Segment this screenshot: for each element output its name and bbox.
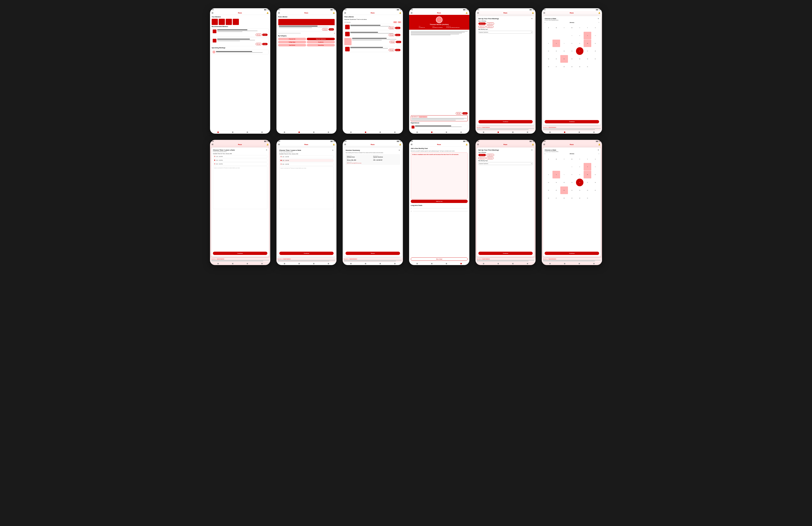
hamburger-icon[interactable] bbox=[212, 12, 213, 14]
topic-select[interactable]: Imposter Syndrome ▾ bbox=[478, 31, 533, 34]
upcoming-item-1[interactable] bbox=[212, 50, 269, 54]
cal-27[interactable]: 27 bbox=[552, 63, 560, 71]
result-1[interactable]: Message Connect bbox=[344, 24, 401, 30]
topic-select-2[interactable]: Imposter Syndrome ▾ bbox=[478, 162, 533, 165]
nav-search-7[interactable] bbox=[232, 263, 233, 264]
c2-16[interactable]: 16 bbox=[576, 179, 584, 186]
prev-month-btn-2[interactable]: ‹ bbox=[545, 153, 545, 155]
c2-7[interactable]: 7 bbox=[560, 171, 568, 178]
set-goal-btn[interactable]: Set a Goal bbox=[411, 258, 468, 261]
nav-messages-6[interactable] bbox=[579, 132, 580, 133]
nav-profile-11[interactable] bbox=[527, 263, 528, 264]
c2-14[interactable]: 14 bbox=[560, 179, 568, 186]
add-to-list-btn[interactable]: Add to List bbox=[411, 200, 468, 203]
r1-msg[interactable]: Message bbox=[389, 27, 395, 29]
nav-home-12[interactable] bbox=[549, 263, 551, 264]
time-slot-2-1[interactable]: 1:30 - 2:00 PM bbox=[279, 155, 334, 158]
bell-icon[interactable]: 🔔 bbox=[266, 12, 269, 14]
nav-home-9[interactable] bbox=[350, 263, 351, 264]
mentor-photo-1[interactable] bbox=[212, 19, 218, 25]
c2-27[interactable]: 27 bbox=[552, 194, 560, 202]
opt-30-zoom-2[interactable]: 30 Min Zoom bbox=[478, 157, 485, 159]
c2-8[interactable]: 8 bbox=[568, 171, 576, 178]
nav-messages-7[interactable] bbox=[247, 263, 248, 264]
hamburger-icon-12[interactable] bbox=[543, 144, 545, 145]
cal-9[interactable]: 9 bbox=[576, 40, 584, 47]
goal-input[interactable]: I'd like to meditate more this month and… bbox=[411, 152, 468, 199]
cal-15[interactable]: 15 bbox=[568, 47, 576, 55]
nav-profile-3[interactable] bbox=[394, 132, 395, 133]
connect-btn-1[interactable]: Connect bbox=[262, 34, 267, 36]
hamburger-icon-7[interactable] bbox=[212, 144, 213, 145]
time-slot-1-1[interactable]: 1:30 - 2:00 PM bbox=[213, 155, 267, 158]
mentor-photo-2[interactable] bbox=[219, 19, 225, 25]
nav-search[interactable] bbox=[232, 132, 233, 133]
nav-profile[interactable] bbox=[261, 132, 263, 133]
mentor-photo-4[interactable] bbox=[233, 19, 239, 25]
nav-search-5[interactable] bbox=[497, 132, 499, 133]
cal-4[interactable]: 4 bbox=[592, 32, 599, 39]
cat-grad-school[interactable]: Grad School bbox=[278, 44, 306, 46]
hamburger-icon-3[interactable] bbox=[344, 12, 346, 14]
meeting-close-btn[interactable]: ✕ bbox=[531, 18, 533, 19]
c2-18[interactable]: 18 bbox=[592, 179, 599, 186]
c2-17[interactable]: 17 bbox=[584, 179, 591, 186]
r3-msg[interactable]: Message bbox=[389, 49, 395, 51]
cal-6[interactable]: 6 bbox=[552, 40, 560, 47]
hamburger-icon-5[interactable] bbox=[477, 12, 479, 14]
sort-btn[interactable]: Sort bbox=[398, 21, 401, 23]
nav-messages-10[interactable] bbox=[446, 263, 447, 264]
cat-financial-aid[interactable]: Financial Aid bbox=[278, 38, 306, 40]
cal-19[interactable]: 19 bbox=[545, 55, 552, 63]
c2-19[interactable]: 19 bbox=[545, 187, 552, 194]
r2-msg[interactable]: Message bbox=[389, 34, 395, 36]
cal-28[interactable]: 28 bbox=[560, 63, 568, 71]
hamburger-icon-11[interactable] bbox=[477, 144, 479, 145]
c2-21[interactable]: 21 bbox=[560, 187, 568, 194]
hamburger-icon-9[interactable] bbox=[344, 144, 346, 145]
link-value[interactable]: https://zoom.us/join/gb61231.karmin/jan bbox=[347, 163, 399, 164]
hamburger-icon-10[interactable] bbox=[411, 144, 412, 145]
cal-8[interactable]: 8 bbox=[568, 40, 576, 47]
nav-search-3[interactable] bbox=[365, 132, 366, 133]
cal-16[interactable]: 16 bbox=[576, 47, 584, 55]
cal-10[interactable]: 10 bbox=[584, 40, 591, 47]
time-slot-2-3[interactable]: 3:00 - 3:30 PM bbox=[279, 163, 334, 166]
c2-24[interactable]: 24 bbox=[584, 187, 591, 194]
cal-24[interactable]: 24 bbox=[584, 55, 591, 63]
opt-30-phone[interactable]: 30 Min Phone bbox=[478, 23, 486, 25]
nav-home-4[interactable] bbox=[417, 132, 418, 133]
map-msg[interactable]: Message bbox=[390, 41, 395, 43]
nav-profile-12[interactable] bbox=[593, 263, 595, 264]
nav-home-3[interactable] bbox=[350, 132, 351, 133]
cal-25[interactable]: 25 bbox=[592, 55, 599, 63]
return-btn[interactable]: Return bbox=[346, 252, 400, 255]
featured-mentor-card[interactable]: Message Connect bbox=[278, 19, 335, 31]
c2-10[interactable]: 10 bbox=[584, 171, 591, 178]
opt-30-phone-2[interactable]: 30 Min Phone bbox=[478, 154, 486, 156]
nav-profile-10[interactable] bbox=[461, 263, 462, 264]
nav-profile-9[interactable] bbox=[394, 263, 395, 264]
message-btn-featured[interactable]: Message bbox=[322, 28, 328, 30]
connect-btn-featured[interactable]: Connect bbox=[329, 28, 334, 30]
result-3[interactable]: Message Connect bbox=[344, 46, 401, 52]
hamburger-icon-2[interactable] bbox=[278, 12, 280, 14]
cal-30[interactable]: 30 bbox=[576, 63, 584, 71]
message-btn-2[interactable]: Message bbox=[256, 43, 262, 45]
nav-messages[interactable] bbox=[247, 132, 248, 133]
date-close-btn-2[interactable]: ✕ bbox=[598, 149, 599, 151]
nav-search-2[interactable] bbox=[299, 132, 300, 133]
nav-search-11[interactable] bbox=[497, 263, 499, 264]
nav-home-11[interactable] bbox=[483, 263, 484, 264]
cal-1[interactable]: 1 bbox=[568, 32, 576, 39]
c2-13[interactable]: 13 bbox=[552, 179, 560, 186]
nav-search-9[interactable] bbox=[365, 263, 366, 264]
c2-30[interactable]: 30 bbox=[576, 194, 584, 202]
nav-home-6[interactable] bbox=[549, 132, 551, 133]
cat-networking[interactable]: Networking bbox=[307, 44, 335, 46]
time-close-btn-2[interactable]: ✕ bbox=[332, 149, 334, 151]
nav-home-5[interactable] bbox=[483, 132, 484, 133]
continue-btn-time-1[interactable]: Continue bbox=[213, 252, 267, 255]
opt-15-phone-2[interactable]: 15 Min Phone bbox=[487, 154, 494, 156]
c2-3[interactable]: 3 bbox=[584, 163, 591, 171]
